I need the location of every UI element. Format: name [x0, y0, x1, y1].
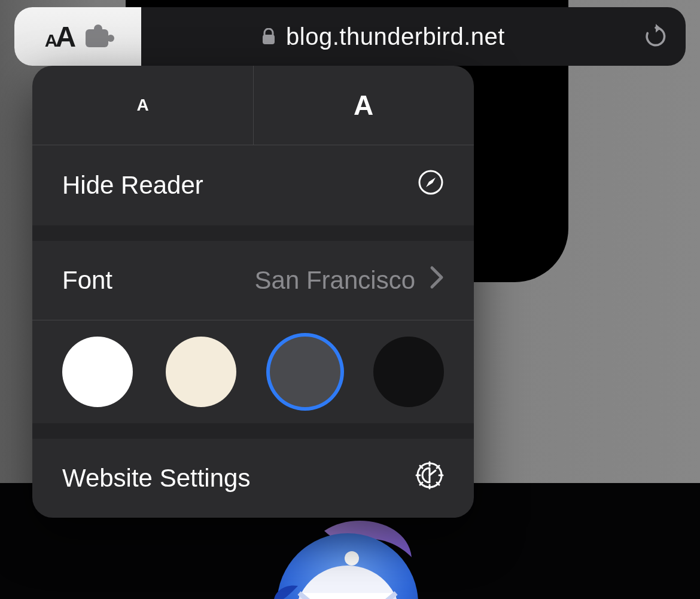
theme-row — [32, 320, 474, 423]
font-picker-button[interactable]: Font San Francisco — [32, 241, 474, 320]
increase-text-size-button[interactable]: A — [253, 66, 474, 145]
font-value: San Francisco — [255, 266, 415, 295]
reload-button[interactable] — [626, 7, 686, 66]
decrease-text-size-button[interactable]: A — [32, 66, 253, 145]
theme-swatch-gray[interactable] — [270, 337, 340, 407]
compass-icon — [418, 169, 444, 201]
text-size-icon: AA — [45, 20, 75, 53]
hide-reader-button[interactable]: Hide Reader — [32, 145, 474, 225]
extension-icon — [86, 26, 111, 47]
chevron-right-icon — [430, 265, 444, 295]
hide-reader-label: Hide Reader — [62, 171, 203, 200]
reader-popover: A A Hide Reader Font San Francisco — [32, 66, 474, 518]
address-field[interactable]: blog.thunderbird.net — [141, 23, 626, 50]
website-settings-button[interactable]: Website Settings — [32, 439, 474, 518]
reader-format-button[interactable]: AA — [14, 7, 141, 66]
font-label: Font — [62, 266, 112, 295]
small-a-label: A — [136, 96, 148, 115]
section-gap — [32, 423, 474, 439]
website-settings-label: Website Settings — [62, 464, 250, 493]
url-bar: AA blog.thunderbird.net — [14, 7, 686, 66]
vertical-divider — [253, 66, 254, 145]
thunderbird-logo — [270, 515, 425, 599]
svg-rect-3 — [263, 35, 275, 44]
gear-icon — [415, 461, 444, 496]
section-gap — [32, 225, 474, 241]
text-size-row: A A — [32, 66, 474, 145]
lock-icon — [262, 28, 275, 45]
theme-swatch-black[interactable] — [373, 337, 444, 407]
url-domain: blog.thunderbird.net — [286, 23, 505, 50]
theme-swatch-white[interactable] — [62, 337, 133, 407]
theme-swatch-sepia[interactable] — [166, 337, 236, 407]
svg-point-1 — [345, 551, 359, 566]
large-a-label: A — [354, 89, 373, 121]
